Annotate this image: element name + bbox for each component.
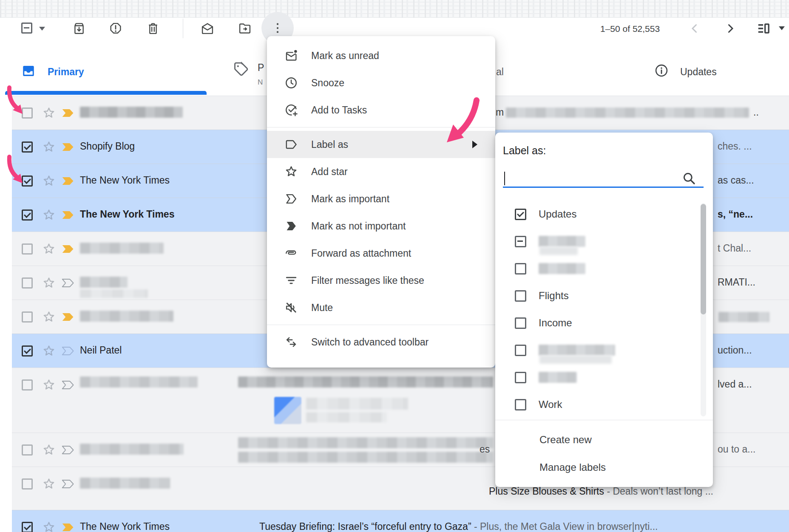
star-icon[interactable]	[42, 174, 56, 188]
menu-item-switch-to-advanced-toolbar[interactable]: Switch to advanced toolbar	[267, 328, 495, 356]
menu-item-label: Add star	[311, 166, 348, 178]
snippet-blurred	[238, 437, 493, 448]
label-checkbox[interactable]	[515, 290, 526, 302]
tab-primary[interactable]: Primary	[48, 65, 84, 79]
older-page-button[interactable]	[722, 20, 739, 37]
importance-marker-icon[interactable]	[61, 278, 75, 288]
star-icon[interactable]	[42, 208, 56, 222]
menu-item-snooze[interactable]: Snooze	[267, 69, 495, 96]
info-icon	[654, 63, 669, 78]
importance-marker-icon[interactable]	[61, 522, 75, 532]
menu-item-mark-as-not-important[interactable]: Mark as not important	[267, 212, 495, 240]
label-checkbox[interactable]	[515, 263, 526, 274]
view-dropdown-caret[interactable]	[779, 26, 785, 30]
importance-marker-icon[interactable]	[61, 380, 75, 390]
mark-as-read-button[interactable]	[199, 20, 216, 37]
snippet-fragment: uction...	[718, 345, 752, 356]
label-checkbox[interactable]	[515, 236, 526, 247]
label-option-flights[interactable]: Flights	[495, 282, 699, 309]
label-search-input[interactable]	[503, 168, 704, 188]
importance-marker-icon[interactable]	[61, 312, 75, 322]
importance-marker-icon[interactable]	[61, 445, 75, 455]
inbox-icon	[21, 64, 36, 78]
delete-button[interactable]	[145, 20, 162, 37]
label-option-work[interactable]: Work	[495, 391, 699, 416]
email-row-12[interactable]: The New York TimesTuesday Briefing: Isra…	[12, 510, 789, 532]
star-icon[interactable]	[42, 140, 56, 154]
label-scrollbar-thumb[interactable]	[701, 204, 706, 314]
label-icon	[284, 137, 298, 152]
manage-labels-button[interactable]: Manage labels	[539, 456, 606, 479]
label-option-updates[interactable]: Updates	[495, 201, 699, 228]
label-checkbox[interactable]	[515, 209, 526, 220]
star-icon[interactable]	[42, 106, 56, 120]
promotions-tag-icon[interactable]	[232, 60, 250, 78]
menu-divider	[267, 127, 495, 127]
menu-item-add-to-tasks[interactable]: Add to Tasks	[267, 96, 495, 124]
menu-item-label: Mark as important	[311, 193, 389, 205]
newer-page-button[interactable]	[686, 20, 703, 37]
row-checkbox[interactable]	[22, 379, 33, 391]
importance-marker-icon[interactable]	[61, 346, 75, 356]
row-checkbox[interactable]	[22, 345, 33, 357]
importance-marker-icon[interactable]	[61, 244, 75, 254]
menu-item-label: Mute	[311, 302, 333, 314]
row-checkbox[interactable]	[22, 141, 33, 153]
select-dropdown-caret[interactable]	[39, 27, 45, 31]
label-option-blurred[interactable]	[495, 228, 699, 255]
attachment-thumbnail[interactable]	[274, 397, 301, 424]
importance-marker-icon[interactable]	[61, 210, 75, 220]
row-checkbox[interactable]	[22, 108, 33, 119]
menu-item-mark-as-unread[interactable]: Mark as unread	[267, 42, 495, 69]
menu-item-mark-as-important[interactable]: Mark as important	[267, 185, 495, 212]
select-all-checkbox[interactable]	[21, 23, 32, 34]
menu-item-forward-as-attachment[interactable]: Forward as attachment	[267, 240, 495, 267]
row-checkbox[interactable]	[22, 243, 33, 255]
importance-marker-icon[interactable]	[61, 479, 75, 489]
star-icon[interactable]	[42, 520, 56, 532]
row-checkbox[interactable]	[22, 522, 33, 532]
menu-item-add-star[interactable]: Add star	[267, 158, 495, 185]
label-option-blurred[interactable]	[495, 255, 699, 282]
star-icon[interactable]	[42, 477, 56, 491]
label-option-blurred[interactable]	[495, 364, 699, 391]
menu-item-label-as[interactable]: Label as	[267, 131, 495, 158]
importance-marker-icon[interactable]	[61, 142, 75, 152]
split-view-toggle[interactable]	[755, 20, 772, 37]
report-spam-button[interactable]	[107, 20, 124, 37]
star-icon[interactable]	[42, 378, 56, 392]
tab-social-fragment[interactable]: al	[496, 65, 504, 79]
row-checkbox[interactable]	[22, 311, 33, 323]
importance-marker-icon[interactable]	[61, 108, 75, 118]
star-icon[interactable]	[42, 276, 56, 290]
snippet-fragment: ches. ...	[718, 141, 752, 152]
row-checkbox[interactable]	[22, 277, 33, 289]
tab-updates[interactable]: Updates	[680, 65, 717, 79]
row-checkbox[interactable]	[22, 444, 33, 456]
snippet-ellipsis: ..	[753, 107, 759, 118]
label-checkbox[interactable]	[515, 345, 526, 356]
create-new-label-button[interactable]: Create new	[539, 428, 592, 452]
archive-button[interactable]	[71, 20, 88, 37]
menu-item-filter-messages-like-these[interactable]: Filter messages like these	[267, 267, 495, 294]
star-icon[interactable]	[42, 344, 56, 358]
label-checkbox[interactable]	[515, 317, 526, 329]
row-checkbox[interactable]	[22, 209, 33, 221]
row-checkbox[interactable]	[22, 175, 33, 187]
filter-icon	[284, 273, 298, 288]
row-checkbox[interactable]	[22, 478, 33, 490]
more-options-icon	[270, 21, 285, 35]
label-option-income[interactable]: Income	[495, 309, 699, 337]
importance-marker-icon[interactable]	[61, 176, 75, 186]
label-checkbox[interactable]	[515, 399, 526, 410]
tab-promotions-fragment[interactable]: P	[258, 60, 264, 75]
star-icon[interactable]	[42, 443, 56, 457]
move-to-button[interactable]	[236, 20, 253, 37]
star-icon[interactable]	[42, 310, 56, 324]
label-option-blurred[interactable]	[495, 337, 699, 364]
label-checkbox[interactable]	[515, 372, 526, 383]
popup-divider	[495, 420, 713, 420]
star-icon[interactable]	[42, 242, 56, 256]
menu-item-label: Mark as not important	[311, 221, 406, 232]
menu-item-mute[interactable]: Mute	[267, 294, 495, 321]
